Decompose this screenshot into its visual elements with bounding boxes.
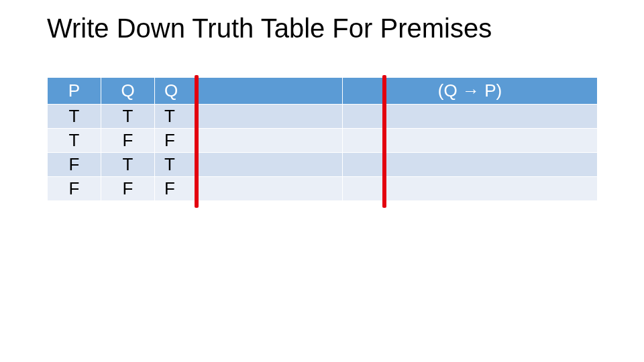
table-row: T F F	[48, 129, 598, 153]
truth-table-container: P Q Q (Q → P) T T T T F F	[47, 77, 597, 201]
table-header-row: P Q Q (Q → P)	[48, 78, 598, 105]
cell-q: T	[101, 105, 155, 129]
cell-p: F	[48, 153, 101, 177]
table-row: F F F	[48, 177, 598, 201]
table-row: T T T	[48, 105, 598, 129]
slide: Write Down Truth Table For Premises P Q …	[0, 0, 644, 362]
cell-implication	[343, 177, 598, 201]
cell-q: T	[101, 153, 155, 177]
col-header-q-implies-p: (Q → P)	[343, 78, 598, 105]
cell-implication	[343, 129, 598, 153]
cell-q: F	[101, 177, 155, 201]
cell-implication	[343, 105, 598, 129]
cell-q-premise: F	[155, 129, 343, 153]
cell-p: T	[48, 105, 101, 129]
col-header-p: P	[48, 78, 101, 105]
page-title: Write Down Truth Table For Premises	[47, 13, 492, 44]
cell-q-premise: F	[155, 177, 343, 201]
cell-implication	[343, 153, 598, 177]
cell-p: T	[48, 129, 101, 153]
cell-p: F	[48, 177, 101, 201]
cell-q-premise: T	[155, 153, 343, 177]
red-divider-icon	[195, 75, 199, 208]
table-row: F T T	[48, 153, 598, 177]
col-header-q: Q	[101, 78, 155, 105]
col-header-q-premise: Q	[155, 78, 343, 105]
cell-q-premise: T	[155, 105, 343, 129]
red-divider-icon	[382, 75, 386, 208]
truth-table: P Q Q (Q → P) T T T T F F	[47, 77, 598, 201]
cell-q: F	[101, 129, 155, 153]
